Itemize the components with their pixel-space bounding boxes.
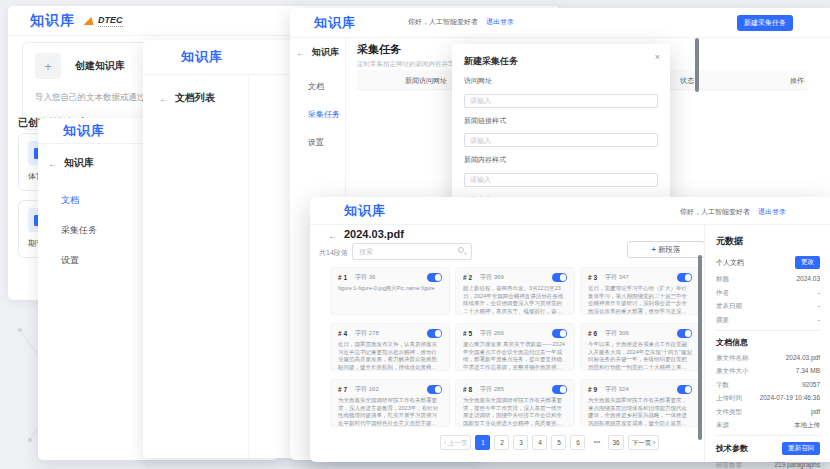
- page-button[interactable]: 2: [494, 435, 509, 450]
- meta-label: 段落数量: [716, 461, 742, 469]
- sidebar-item-docs[interactable]: 文档: [308, 81, 345, 92]
- paragraph-toggle[interactable]: [677, 273, 692, 282]
- url-input[interactable]: [464, 94, 658, 108]
- char-count: 字符 347: [605, 273, 629, 282]
- paragraph-number: # 1: [338, 274, 347, 281]
- meta-value: 2024.03: [797, 275, 821, 284]
- paragraph-toggle[interactable]: [427, 329, 442, 338]
- app-brand: 知识库: [181, 48, 223, 66]
- paragraph-text: 踏上新征程，奋楫再出发。3月22日至23日，2024年全国两会精神宣讲活动在各地…: [463, 285, 567, 315]
- paragraph-toggle[interactable]: [427, 385, 442, 394]
- char-count: 字符 324: [605, 385, 629, 394]
- back-arrow-icon: ←: [296, 47, 306, 58]
- meta-label: 文件类型: [716, 408, 742, 417]
- page-button[interactable]: 36: [608, 435, 623, 450]
- back-to-doclist[interactable]: ← 文档列表: [159, 91, 248, 105]
- paragraph-card[interactable]: # 9字符 324为全面落实国家帮扶工作有关部署要求，重点围绕基层治理体系和治理…: [580, 379, 700, 427]
- logo-mark-icon: [84, 17, 97, 25]
- logout-link[interactable]: 退出登录: [758, 208, 786, 215]
- back-arrow-icon: ←: [159, 93, 169, 104]
- new-task-button[interactable]: 新建采集任务: [737, 15, 793, 31]
- meta-label: 来源: [716, 421, 729, 430]
- toggle-knob: [435, 274, 442, 281]
- paragraph-text: 今年以来，全面推进各项重点工作自觉融入并服务大局，2024年是实现“十四五”规划…: [588, 341, 692, 371]
- scrollbar[interactable]: [698, 255, 702, 440]
- paragraph-card[interactable]: # 4字符 278近日，国家层面发布文件，认真贯彻落实习近平总书记重要指示批示精…: [330, 323, 450, 371]
- paragraph-grid: # 1字符 36figure:1-figure-0.jpg图片Pic name:…: [330, 267, 700, 427]
- doc-type-label: 个人文档: [716, 258, 744, 268]
- meta-value: -: [818, 316, 820, 325]
- next-page-button[interactable]: 下一页 ›: [628, 435, 659, 450]
- app-brand: 知识库: [30, 12, 75, 30]
- recall-button[interactable]: 重新召回: [782, 442, 820, 455]
- sidebar-item-tasks[interactable]: 采集任务: [308, 109, 345, 120]
- meta-label: 摘要: [716, 316, 729, 325]
- paragraph-card[interactable]: # 1字符 36figure:1-figure-0.jpg图片Pic name:…: [330, 267, 450, 315]
- search-input[interactable]: [352, 243, 472, 260]
- greeting-text: 你好，人工智能爱好者: [408, 18, 478, 25]
- sidebar-item-settings[interactable]: 设置: [308, 137, 345, 148]
- paragraph-card[interactable]: # 8字符 285为全面落实全国调研帮扶工作有关部署要求，按照今年工作安排，深入…: [455, 379, 575, 427]
- page-button[interactable]: 3: [513, 435, 528, 450]
- paragraph-text: 为全面落实全国调研帮扶工作有关部署要求，深入推进主题教育，2023年，有针对性地…: [338, 397, 442, 427]
- meta-value: 2024-07-19 10:46:36: [760, 394, 820, 403]
- paragraph-text: 近日，国家层面发布文件，认真贯彻落实习近平总书记重要指示批示精神，推动行业规范高…: [338, 341, 442, 371]
- paragraph-toggle[interactable]: [427, 273, 442, 282]
- back-arrow-icon[interactable]: ←: [328, 230, 338, 241]
- paragraph-card[interactable]: # 2字符 369踏上新征程，奋楫再出发。3月22日至23日，2024年全国两会…: [455, 267, 575, 315]
- paragraph-card[interactable]: # 7字符 162为全面落实全国调研帮扶工作有关部署要求，深入推进主题教育，20…: [330, 379, 450, 427]
- toggle-knob: [560, 274, 567, 281]
- meta-label: 作者: [716, 289, 729, 298]
- meta-value: -: [818, 302, 820, 311]
- change-button[interactable]: 更改: [795, 256, 820, 269]
- paragraph-number: # 3: [588, 274, 597, 281]
- metadata-title: 元数据: [716, 235, 820, 248]
- meta-value: 2024.03.pdf: [786, 354, 820, 363]
- paragraph-toggle[interactable]: [552, 273, 567, 282]
- modal-title: 新建采集任务: [464, 55, 658, 68]
- toggle-knob: [560, 330, 567, 337]
- meta-value: 219 paragraphs: [774, 461, 820, 469]
- greeting-text: 你好，人工智能爱好者: [680, 208, 750, 215]
- logout-link[interactable]: 退出登录: [486, 18, 514, 25]
- add-paragraph-label: 新段落: [658, 245, 681, 254]
- paragraph-toggle[interactable]: [552, 329, 567, 338]
- add-paragraph-button[interactable]: +新段落: [627, 241, 705, 258]
- paragraph-number: # 7: [338, 386, 347, 393]
- meta-value: 7.34 MB: [796, 367, 820, 376]
- paragraph-number: # 8: [463, 386, 472, 393]
- scrollbar[interactable]: [695, 38, 699, 92]
- page-title: 采集任务: [357, 42, 401, 57]
- page-button[interactable]: 4: [532, 435, 547, 450]
- meta-value: 92057: [802, 381, 820, 390]
- back-arrow-icon: ←: [48, 158, 58, 169]
- back-title: 文档列表: [175, 91, 215, 105]
- paragraph-toggle[interactable]: [552, 385, 567, 394]
- link-style-input[interactable]: [464, 133, 658, 147]
- page-button[interactable]: 5: [551, 435, 566, 450]
- paragraph-toggle[interactable]: [677, 329, 692, 338]
- paragraph-card[interactable]: # 5字符 266凝心聚力谋发展 真抓实干谱新篇——2024年全国重点工作会议全…: [455, 323, 575, 371]
- paragraph-card[interactable]: # 3字符 347近日，党建理论学习中心组（扩大）举行集体学习，第八期围绕党的二…: [580, 267, 700, 315]
- char-count: 字符 306: [605, 329, 629, 338]
- page-button[interactable]: 1: [475, 435, 490, 450]
- paragraph-number: # 6: [588, 330, 597, 337]
- content-style-input[interactable]: [464, 173, 658, 187]
- page-button[interactable]: 6: [570, 435, 585, 450]
- app-brand: 知识库: [63, 122, 105, 140]
- back-title: 知识库: [312, 46, 339, 59]
- paragraph-toggle[interactable]: [677, 385, 692, 394]
- close-icon[interactable]: ×: [655, 52, 660, 62]
- meta-label: 原文件大小: [716, 367, 749, 376]
- app-brand: 知识库: [314, 14, 356, 32]
- back-to-kb[interactable]: ← 知识库: [296, 46, 345, 59]
- char-count: 字符 285: [480, 385, 504, 394]
- char-count: 字符 278: [355, 329, 379, 338]
- paragraph-number: # 9: [588, 386, 597, 393]
- toggle-knob: [685, 274, 692, 281]
- prev-page-button[interactable]: ‹ 上一页: [440, 435, 471, 450]
- plus-icon: +: [652, 245, 656, 254]
- paragraph-card[interactable]: # 6字符 306今年以来，全面推进各项重点工作自觉融入并服务大局，2024年是…: [580, 323, 700, 371]
- page-ellipsis[interactable]: •••: [589, 435, 604, 450]
- paragraph-count: 共14段落: [319, 248, 348, 258]
